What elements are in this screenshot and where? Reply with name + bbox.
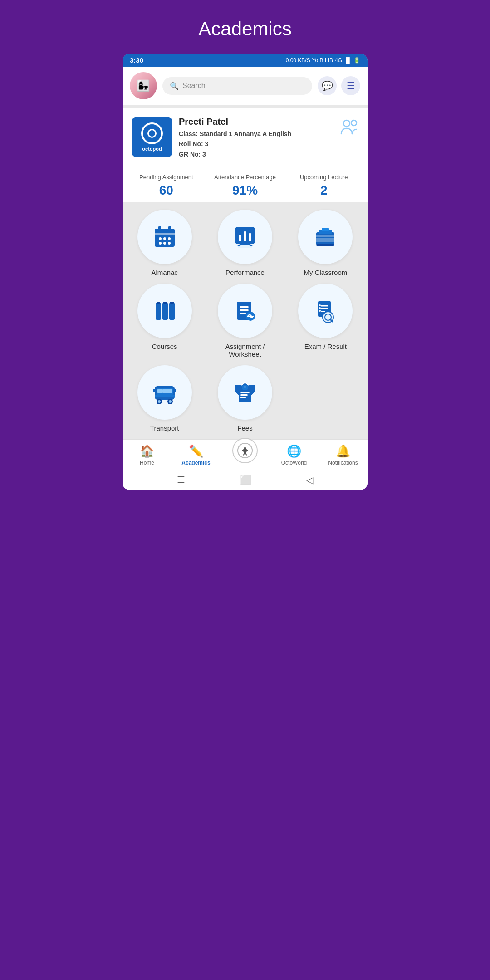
svg-point-1 <box>351 120 357 126</box>
svg-point-6 <box>159 237 162 240</box>
stat-attendance: Attendance Percentage 91% <box>206 174 284 198</box>
menu-button[interactable]: ☰ <box>341 76 360 95</box>
svg-point-7 <box>163 237 166 240</box>
svg-rect-14 <box>244 231 246 241</box>
menu-sys-btn[interactable]: ☰ <box>177 475 185 485</box>
logo-circle <box>141 122 163 144</box>
my-classroom-icon-circle <box>298 210 353 264</box>
status-time: 3:30 <box>130 56 143 64</box>
performance-label: Performance <box>225 269 265 276</box>
svg-point-41 <box>319 307 321 309</box>
grid-item-exam-result[interactable]: Exam / Result <box>289 284 362 358</box>
stats-row: Pending Assignment 60 Attendance Percent… <box>122 166 368 202</box>
system-nav: ☰ ⬜ ◁ <box>122 470 368 490</box>
notifications-label: Notifications <box>328 460 358 466</box>
stat-upcoming-lecture: Upcoming Lecture 2 <box>284 174 363 198</box>
grid-item-my-classroom[interactable]: My Classroom <box>289 210 362 276</box>
student-gr: GR No: 3 <box>179 149 340 159</box>
stat-label-attendance: Attendance Percentage <box>206 174 284 181</box>
fees-label: Fees <box>237 424 252 432</box>
svg-rect-29 <box>170 302 174 304</box>
stat-label-lecture: Upcoming Lecture <box>284 174 363 181</box>
app-header: 👩‍👧 🔍 Search 💬 ☰ <box>122 67 368 105</box>
home-label: Home <box>140 460 154 466</box>
nav-item-notifications[interactable]: 🔔 Notifications <box>318 444 368 466</box>
svg-point-52 <box>158 400 161 403</box>
svg-rect-38 <box>321 308 328 309</box>
svg-rect-28 <box>169 303 175 320</box>
battery-icon: 🔋 <box>353 57 360 64</box>
svg-rect-23 <box>316 244 334 246</box>
notifications-icon: 🔔 <box>336 444 350 458</box>
fees-icon-circle <box>218 365 272 420</box>
signal-icon: ▐▌ <box>344 57 352 64</box>
assignment-icon-circle <box>218 284 272 338</box>
my-classroom-label: My Classroom <box>304 269 347 276</box>
transport-label: Transport <box>150 424 179 432</box>
grid-item-almanac[interactable]: Almanac <box>128 210 201 276</box>
nav-item-home[interactable]: 🏠 Home <box>122 444 172 466</box>
search-bar[interactable]: 🔍 Search <box>162 77 312 95</box>
profile-info: Preeti Patel Class: Standard 1 Annanya A… <box>172 117 340 159</box>
status-bar: 3:30 0.00 KB/S Yo B LIB 4G ▐▌ 🔋 <box>122 54 368 67</box>
svg-rect-57 <box>174 389 176 392</box>
svg-point-42 <box>319 310 321 312</box>
svg-rect-59 <box>240 394 248 396</box>
svg-rect-20 <box>316 240 334 242</box>
svg-rect-27 <box>163 302 167 304</box>
svg-point-0 <box>343 120 350 127</box>
grid-item-transport[interactable]: Transport <box>128 365 201 432</box>
stat-label-pending: Pending Assignment <box>127 174 206 181</box>
chat-button[interactable]: 💬 <box>318 76 337 95</box>
avatar[interactable]: 👩‍👧 <box>130 72 157 99</box>
nav-item-octoworld-center[interactable] <box>220 447 270 463</box>
menu-grid: Almanac Performance <box>128 210 362 432</box>
svg-rect-22 <box>322 228 329 231</box>
avatar-image: 👩‍👧 <box>130 72 157 99</box>
logo-inner-circle <box>147 129 157 138</box>
svg-point-8 <box>168 237 171 240</box>
academics-label: Academics <box>181 460 210 466</box>
nav-item-octoworld[interactable]: 🌐 OctoWorld <box>270 444 318 466</box>
search-text: Search <box>182 82 206 90</box>
home-sys-btn[interactable]: ⬜ <box>240 475 251 485</box>
gr-value: 3 <box>202 151 206 158</box>
svg-rect-56 <box>153 389 156 392</box>
class-value: Standard 1 Annanya A English <box>200 130 291 137</box>
grid-item-courses[interactable]: Courses <box>128 284 201 358</box>
svg-rect-3 <box>158 226 161 231</box>
grid-item-performance[interactable]: Performance <box>208 210 281 276</box>
transport-icon-circle <box>137 365 192 420</box>
page-title: Academics <box>0 0 490 54</box>
svg-point-10 <box>163 242 166 245</box>
svg-rect-32 <box>240 309 249 311</box>
svg-rect-4 <box>168 226 171 231</box>
stat-pending-assignment: Pending Assignment 60 <box>127 174 206 198</box>
grid-item-assignment-worksheet[interactable]: Assignment / Worksheet <box>208 284 281 358</box>
octoworld-icon: 🌐 <box>287 444 301 458</box>
back-sys-btn[interactable]: ◁ <box>306 475 313 485</box>
octoworld-label: OctoWorld <box>281 460 307 466</box>
grid-item-fees[interactable]: Fees <box>208 365 281 432</box>
svg-point-40 <box>319 304 321 306</box>
svg-rect-58 <box>240 392 250 393</box>
stat-value-pending: 60 <box>127 183 206 198</box>
stat-value-lecture: 2 <box>284 183 363 198</box>
student-name: Preeti Patel <box>179 117 340 127</box>
home-icon: 🏠 <box>140 444 154 458</box>
svg-marker-16 <box>238 246 252 248</box>
svg-rect-37 <box>321 305 328 307</box>
search-icon: 🔍 <box>170 82 179 90</box>
status-right: 0.00 KB/S Yo B LIB 4G ▐▌ 🔋 <box>286 57 360 64</box>
network-type: 4G <box>335 57 342 64</box>
network-speed: 0.00 KB/S <box>286 57 310 64</box>
bottom-nav: 🏠 Home ✏️ Academics 🌐 OctoWorld 🔔 Notifi… <box>122 439 368 470</box>
nav-item-academics[interactable]: ✏️ Academics <box>172 444 220 466</box>
logo-text: octopod <box>142 146 162 152</box>
svg-point-54 <box>169 400 172 403</box>
svg-rect-61 <box>242 385 248 390</box>
svg-rect-55 <box>155 395 175 397</box>
exam-icon-circle <box>298 284 353 338</box>
svg-rect-31 <box>240 306 249 308</box>
people-icon <box>340 117 358 138</box>
